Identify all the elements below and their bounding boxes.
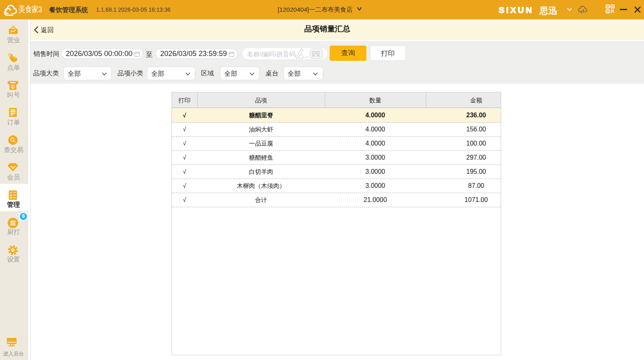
svg-text:8: 8: [12, 85, 14, 89]
